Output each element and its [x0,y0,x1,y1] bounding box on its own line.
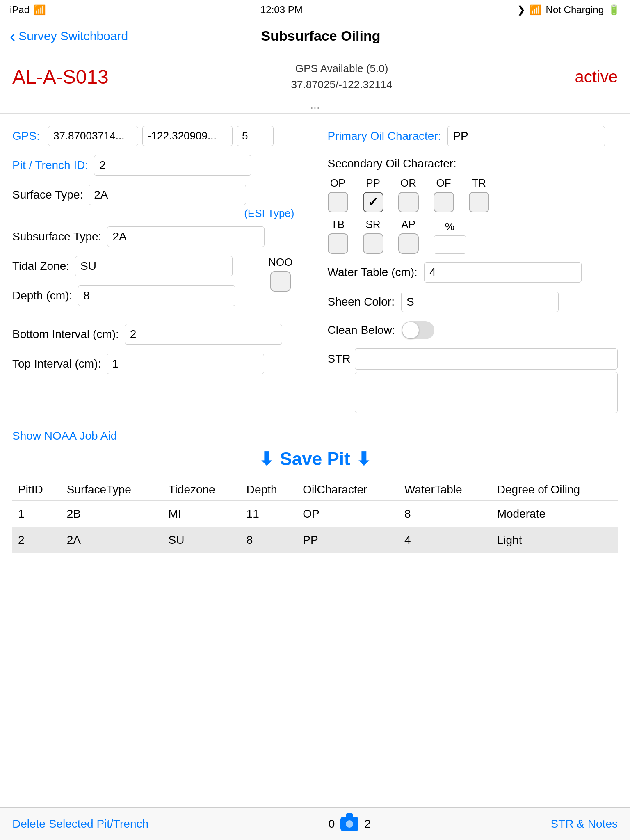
clean-below-row: Clean Below: [328,321,618,339]
clean-below-label: Clean Below: [328,324,395,337]
status-right: ❯ 📶 Not Charging 🔋 [517,4,620,16]
table-header: PitID SurfaceType Tidezone Depth OilChar… [12,479,618,501]
percent-label: % [445,220,454,233]
checkbox-tr: TR [469,177,489,212]
checkbox-of-label: OF [436,177,451,189]
str-textarea[interactable] [355,372,618,413]
top-interval-input[interactable] [107,354,264,374]
noo-checkbox[interactable] [270,271,291,292]
device-label: iPad [10,4,30,16]
secondary-oil-label: Secondary Oil Character: [328,157,618,170]
gps-lat-input[interactable] [48,126,138,146]
col-tidezone: Tidezone [163,479,241,501]
subsurface-type-row: Subsurface Type: [12,226,303,247]
checkbox-or-box[interactable] [398,192,419,212]
cell-pitid: 2 [12,527,61,553]
primary-oil-input[interactable] [447,126,605,146]
checkbox-sr-label: SR [365,218,380,231]
checkbox-ap: AP [398,218,419,254]
checkbox-tr-box[interactable] [469,192,489,212]
tidal-zone-row: Tidal Zone: [12,256,235,276]
page-title: Subsurface Oiling [261,28,381,44]
checkbox-op-label: OP [330,177,346,189]
depth-row: Depth (cm): [12,285,235,306]
pit-trench-id-label: Pit / Trench ID: [12,159,88,172]
tidal-zone-input[interactable] [75,256,233,276]
checkbox-op-box[interactable] [328,192,348,212]
str-section: STR [328,348,618,413]
tidal-zone-label: Tidal Zone: [12,260,69,273]
gps-lon-input[interactable] [142,126,233,146]
main-content: GPS: Pit / Trench ID: Surface Type: (ESI… [0,113,630,425]
location-icon: ❯ [517,4,525,16]
checkbox-or: OR [398,177,419,212]
cell-tidezone: SU [163,527,241,553]
checkbox-sr: SR [363,218,383,254]
secondary-oil-row2: TB SR AP % [328,218,618,254]
bottom-section: Show NOAA Job Aid ⬇ Save Pit ⬇ PitID Sur… [0,425,630,598]
status-left: iPad 📶 [10,4,46,16]
table-row[interactable]: 2 2A SU 8 PP 4 Light [12,527,618,553]
clean-below-toggle[interactable] [402,321,434,339]
percent-input[interactable] [434,235,466,254]
cell-pitid: 1 [12,501,61,527]
bottom-interval-input[interactable] [125,324,282,345]
subsurface-type-input[interactable] [107,226,265,247]
depth-input[interactable] [78,285,235,306]
checkbox-tb: TB [328,218,348,254]
table-row[interactable]: 1 2B MI 11 OP 8 Moderate [12,501,618,527]
surface-type-input[interactable] [89,185,246,205]
col-pitid: PitID [12,479,61,501]
cell-tidezone: MI [163,501,241,527]
str-fields [355,348,618,413]
checkbox-tb-box[interactable] [328,233,348,254]
bluetooth-icon: 📶 [530,4,542,16]
delete-pit-button[interactable]: Delete Selected Pit/Trench [12,817,148,831]
str-input-1[interactable] [355,348,618,370]
save-pit-button[interactable]: ⬇ Save Pit ⬇ [12,448,618,469]
checkbox-of-box[interactable] [434,192,454,212]
noo-label: NOO [268,256,292,269]
str-label: STR [328,348,351,365]
subsurface-type-label: Subsurface Type: [12,230,101,243]
cell-watertable: 8 [399,501,491,527]
checkbox-ap-label: AP [401,218,415,231]
esi-type-label: (ESI Type) [244,207,298,219]
percent-item: % [434,220,466,254]
back-button[interactable]: Survey Switchboard [10,28,128,44]
show-noaa-button[interactable]: Show NOAA Job Aid [12,429,117,443]
pit-trench-id-input[interactable] [94,155,251,176]
cell-oilcharacter: OP [297,501,399,527]
gps-coordinates: 37.87025/-122.32114 [291,77,393,93]
checkbox-tb-label: TB [331,218,345,231]
checkbox-tr-label: TR [472,177,486,189]
checkbox-pp-box[interactable] [363,192,383,212]
camera-icon[interactable] [340,817,358,831]
battery-status: Not Charging [546,4,604,16]
status-bar: iPad 📶 12:03 PM ❯ 📶 Not Charging 🔋 [0,0,630,20]
surface-type-label: Surface Type: [12,188,83,201]
wifi-icon: 📶 [34,4,46,16]
cell-oilcharacter: PP [297,527,399,553]
water-table-input[interactable] [424,262,582,283]
checkbox-or-label: OR [400,177,416,189]
water-table-label: Water Table (cm): [328,266,418,279]
save-pit-label: Save Pit [280,449,350,469]
gps-acc-input[interactable] [237,126,274,146]
col-degreeofoiling: Degree of Oiling [491,479,618,501]
footer: Delete Selected Pit/Trench 0 2 STR & Not… [0,807,630,840]
active-status: active [575,68,618,86]
noo-section: NOO [268,256,292,292]
gps-label: GPS: [12,130,40,143]
checkbox-sr-box[interactable] [363,233,383,254]
time-display: 12:03 PM [260,4,303,16]
top-interval-label: Top Interval (cm): [12,357,101,370]
cell-depth: 8 [241,527,297,553]
col-watertable: WaterTable [399,479,491,501]
sheen-color-input[interactable] [401,292,559,312]
surface-type-row: Surface Type: [12,185,303,205]
str-notes-button[interactable]: STR & Notes [551,817,618,831]
checkbox-ap-box[interactable] [398,233,419,254]
col-depth: Depth [241,479,297,501]
table-body: 1 2B MI 11 OP 8 Moderate 2 2A SU 8 PP 4 … [12,501,618,554]
